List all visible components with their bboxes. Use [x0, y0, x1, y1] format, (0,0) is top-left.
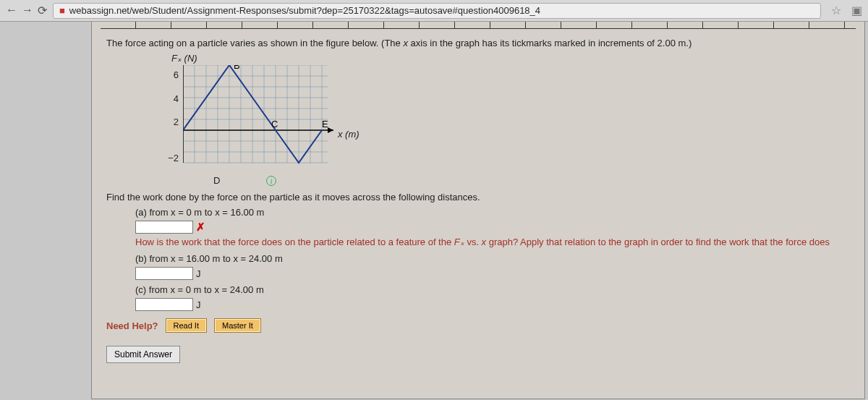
part-a-label: (a) from x = 0 m to x = 16.00 m — [135, 207, 850, 218]
url-text: webassign.net/web/Student/Assignment-Res… — [69, 5, 540, 16]
part-c-input[interactable] — [135, 298, 193, 311]
browser-toolbar: ← → ⟳ ■ webassign.net/web/Student/Assign… — [0, 0, 868, 22]
extension-icon[interactable]: ▣ — [851, 4, 862, 17]
master-it-button[interactable]: Master It — [214, 318, 261, 333]
point-c-label: C — [271, 119, 278, 129]
back-icon[interactable]: ← — [6, 4, 17, 17]
wrong-icon: ✗ — [196, 221, 205, 234]
site-icon: ■ — [59, 5, 65, 16]
url-bar[interactable]: ■ webassign.net/web/Student/Assignment-R… — [53, 3, 821, 19]
read-it-button[interactable]: Read It — [166, 318, 207, 333]
info-icon[interactable]: i — [266, 176, 276, 186]
force-graph: 6 4 2 −2 — [164, 65, 850, 174]
point-d-label: D — [213, 175, 220, 186]
submit-answer-button[interactable]: Submit Answer — [106, 346, 180, 363]
sub-prompt: Find the work done by the force on the p… — [106, 192, 850, 203]
forward-icon[interactable]: → — [22, 4, 33, 17]
question-prompt: The force acting on a particle varies as… — [106, 38, 850, 48]
point-b-label: B — [234, 65, 240, 71]
measurement-ruler — [101, 22, 856, 29]
need-help-label: Need Help? — [106, 320, 158, 331]
part-b-unit: J — [196, 268, 201, 279]
bookmark-star-icon[interactable]: ☆ — [831, 4, 841, 17]
point-e-label: E — [322, 119, 328, 129]
part-a-feedback: How is the work that the force does on t… — [135, 237, 850, 247]
graph-svg: A B C E — [183, 65, 335, 174]
x-axis-label: x (m) — [338, 129, 359, 140]
part-a-input[interactable] — [135, 221, 193, 234]
part-b-input[interactable] — [135, 267, 193, 280]
part-c-label: (c) from x = 0 m to x = 24.00 m — [135, 284, 850, 295]
part-c-unit: J — [196, 299, 201, 310]
reload-icon[interactable]: ⟳ — [38, 4, 47, 17]
part-b-label: (b) from x = 16.00 m to x = 24.00 m — [135, 253, 850, 264]
question-panel: The force acting on a particle varies as… — [91, 22, 865, 399]
svg-marker-21 — [328, 127, 333, 133]
y-axis-label: Fₓ (N) — [171, 53, 850, 64]
y-axis-ticks: 6 4 2 −2 — [164, 69, 183, 163]
